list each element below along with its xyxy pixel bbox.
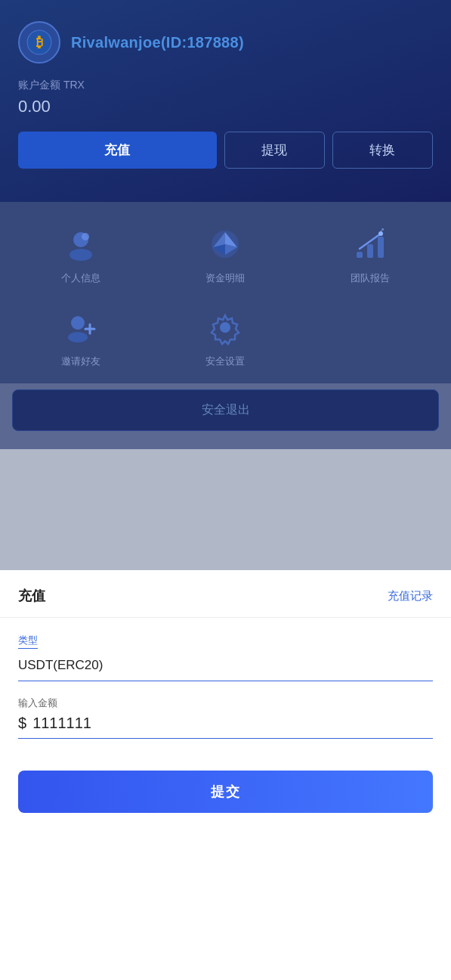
amount-value[interactable]: 1111111 <box>32 715 91 732</box>
action-buttons: 充值 提现 转换 <box>18 132 433 169</box>
logout-section: 安全退出 <box>0 383 451 449</box>
svg-point-11 <box>71 316 85 330</box>
menu-panel: 个人信息 资金明细 <box>0 202 451 383</box>
avatar: ₿ <box>18 21 60 64</box>
submit-button[interactable]: 提交 <box>18 771 433 813</box>
balance-amount: 0.00 <box>18 97 433 116</box>
svg-rect-6 <box>357 252 363 258</box>
recharge-title: 充值 <box>18 587 45 605</box>
chart-icon <box>204 223 246 265</box>
svg-text:₿: ₿ <box>36 36 43 50</box>
convert-button[interactable]: 转换 <box>332 132 433 169</box>
profile-row: ₿ Rivalwanjoe(ID:187888) <box>18 21 433 64</box>
amount-field: 输入金额 $ 1111111 <box>18 696 433 739</box>
submit-section: 提交 <box>0 746 451 831</box>
currency-symbol: $ <box>18 715 26 732</box>
person-icon <box>60 223 102 265</box>
trend-icon: ↗ <box>349 223 391 265</box>
menu-label-fund-detail: 资金明细 <box>205 271 245 285</box>
menu-label-security-setting: 安全设置 <box>205 355 245 368</box>
svg-rect-8 <box>378 237 384 258</box>
withdraw-button[interactable]: 提现 <box>224 132 325 169</box>
svg-point-15 <box>220 322 230 333</box>
recharge-button[interactable]: 充值 <box>18 132 217 169</box>
recharge-header: 充值 充值记录 <box>0 570 451 618</box>
gear-icon <box>204 306 246 349</box>
menu-item-team-report[interactable]: ↗ 团队报告 <box>301 223 439 285</box>
svg-point-3 <box>70 249 92 261</box>
type-value[interactable]: USDT(ERC20) <box>18 652 433 681</box>
top-panel: ₿ Rivalwanjoe(ID:187888) 账户金额 TRX 0.00 充… <box>0 0 451 570</box>
svg-point-12 <box>68 332 88 343</box>
menu-label-team-report: 团队报告 <box>351 271 390 285</box>
add-person-icon <box>60 306 102 349</box>
logout-button[interactable]: 安全退出 <box>12 389 439 431</box>
type-field: 类型 USDT(ERC20) <box>18 633 433 681</box>
form-section: 类型 USDT(ERC20) 输入金额 $ 1111111 <box>0 618 451 739</box>
profile-name: Rivalwanjoe(ID:187888) <box>71 34 244 51</box>
menu-item-personal-info[interactable]: 个人信息 <box>12 223 150 285</box>
svg-text:↗: ↗ <box>379 227 385 234</box>
bottom-panel: 充值 充值记录 类型 USDT(ERC20) 输入金额 $ 1111111 提交 <box>0 570 451 831</box>
svg-point-4 <box>82 233 89 240</box>
balance-label: 账户金额 TRX <box>18 79 433 92</box>
menu-item-fund-detail[interactable]: 资金明细 <box>157 223 295 285</box>
menu-label-personal-info: 个人信息 <box>61 271 100 285</box>
amount-label: 输入金额 <box>18 696 433 710</box>
type-label: 类型 <box>18 634 38 649</box>
svg-rect-7 <box>367 244 373 258</box>
menu-grid: 个人信息 资金明细 <box>12 223 439 368</box>
menu-item-invite-friend[interactable]: 邀请好友 <box>12 306 150 368</box>
recharge-history-link[interactable]: 充值记录 <box>388 589 433 603</box>
amount-input-row: $ 1111111 <box>18 715 433 739</box>
gray-spacer <box>0 449 451 570</box>
menu-item-security-setting[interactable]: 安全设置 <box>157 306 295 368</box>
menu-label-invite-friend: 邀请好友 <box>61 355 100 368</box>
